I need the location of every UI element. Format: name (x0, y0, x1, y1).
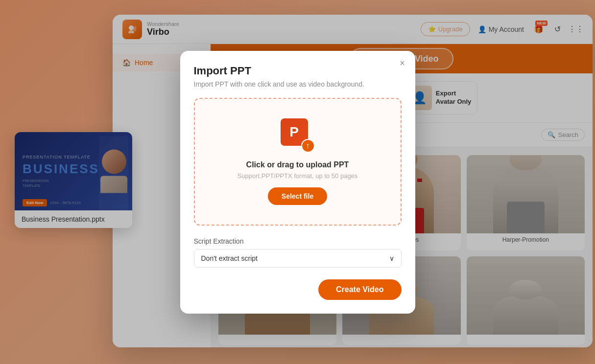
select-file-button[interactable]: Select file (268, 187, 327, 205)
script-label: Script Extraction (194, 237, 402, 245)
script-option-text: Don't extract script (201, 254, 258, 262)
script-section: Script Extraction Don't extract script ∨ (194, 237, 402, 268)
chevron-down-icon: ∨ (389, 254, 394, 262)
upload-title: Click or drag to upload PPT (205, 160, 391, 169)
modal-title: Import PPT (194, 65, 402, 77)
upload-zone[interactable]: P ↑ Click or drag to upload PPT Support.… (194, 98, 402, 226)
modal-footer: Create Video (194, 279, 402, 300)
upload-subtitle: Support.PPT/PPTX format, up to 50 pages (205, 172, 391, 180)
script-select[interactable]: Don't extract script ∨ (194, 249, 402, 268)
modal-subtitle: Import PPT with one click and use as vid… (194, 80, 402, 88)
modal-overlay: × Import PPT Import PPT with one click a… (0, 0, 595, 364)
ppt-icon: P ↑ (281, 118, 315, 153)
import-ppt-modal: × Import PPT Import PPT with one click a… (180, 51, 415, 314)
ppt-upload-arrow: ↑ (301, 139, 315, 153)
modal-close-button[interactable]: × (397, 58, 408, 69)
create-video-modal-button[interactable]: Create Video (318, 279, 402, 300)
